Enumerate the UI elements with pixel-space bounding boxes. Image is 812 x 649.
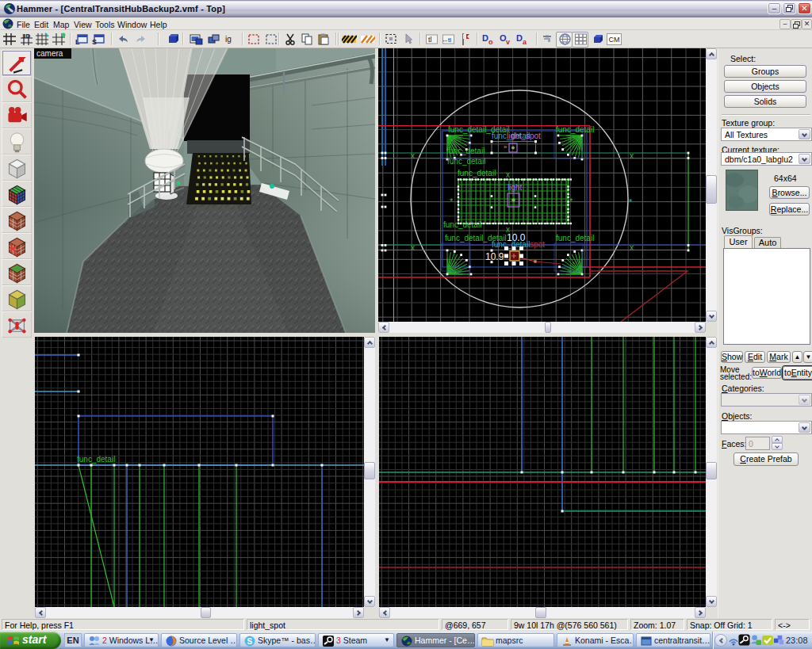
svg-text:func_detail: func_detail	[447, 157, 485, 166]
svg-text:func_detail: func_detail	[77, 455, 115, 464]
svg-text:spot: spot	[530, 240, 545, 249]
svg-text:10.9: 10.9	[485, 251, 504, 262]
svg-text:x: x	[630, 243, 634, 252]
svg-text:ig: ig	[225, 35, 232, 44]
svg-text:func_detail: func_detail	[556, 234, 594, 242]
svg-text:x: x	[506, 170, 510, 179]
svg-text:tl: tl	[428, 36, 432, 44]
svg-text:light: light	[508, 183, 523, 192]
svg-text:x: x	[411, 243, 415, 252]
svg-text:func_detail: func_detail	[443, 220, 481, 229]
svg-text:*: *	[569, 197, 573, 206]
svg-text:CM: CM	[609, 36, 620, 44]
svg-text:light_spot: light_spot	[507, 132, 541, 140]
svg-text:3D: 3D	[22, 32, 30, 40]
svg-text:S: S	[247, 637, 253, 646]
svg-text:L: L	[75, 38, 80, 46]
svg-text:a: a	[523, 38, 527, 46]
svg-text:func_detail: func_detail	[556, 125, 594, 134]
svg-text:D: D	[482, 33, 488, 43]
svg-text:func_detail: func_detail	[458, 169, 496, 178]
svg-text:o: o	[488, 38, 493, 46]
svg-text:D: D	[516, 33, 523, 43]
svg-text:*: *	[629, 197, 633, 207]
svg-text:S: S	[92, 38, 97, 46]
svg-text:camera: camera	[36, 49, 63, 58]
svg-text:↔tl: ↔tl	[442, 36, 451, 44]
svg-text:*: *	[450, 197, 454, 206]
svg-text:func_detail: func_detail	[492, 240, 530, 249]
svg-text:»: »	[504, 143, 508, 151]
svg-text:x: x	[411, 151, 415, 160]
svg-text:func_detail: func_detail	[446, 147, 485, 155]
svg-text:v: v	[506, 38, 510, 46]
svg-text:x: x	[630, 151, 634, 160]
